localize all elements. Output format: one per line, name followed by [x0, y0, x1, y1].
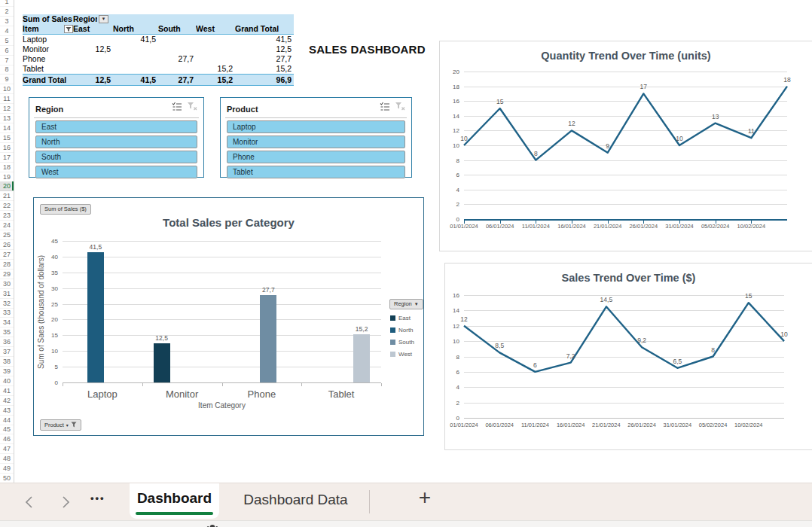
slicer-item-north[interactable]: North [35, 136, 197, 148]
legend-field-button[interactable]: Region▼ [389, 299, 423, 309]
legend-item-south[interactable]: South [390, 339, 414, 346]
slicer-item-south[interactable]: South [35, 151, 197, 163]
row-header-27[interactable]: 27 [0, 250, 14, 260]
row-header-41[interactable]: 41 [0, 386, 14, 396]
row-header-40[interactable]: 40 [0, 376, 14, 386]
slicer-item-tablet[interactable]: Tablet [227, 166, 405, 178]
legend-item-west[interactable]: West [390, 351, 412, 358]
row-header-6[interactable]: 6 [0, 46, 14, 56]
pivot-cell[interactable]: 41,5 [113, 75, 158, 85]
pivot-cell[interactable] [113, 44, 158, 54]
row-header-42[interactable]: 42 [0, 396, 14, 406]
pivot-cell[interactable] [196, 44, 235, 54]
add-sheet-button[interactable]: + [411, 486, 438, 510]
row-header-48[interactable]: 48 [0, 454, 14, 464]
row-header-26[interactable]: 26 [0, 240, 14, 250]
all-sheets-menu-button[interactable]: ••• [90, 492, 105, 504]
row-header-29[interactable]: 29 [0, 270, 14, 279]
row-header-39[interactable]: 39 [0, 367, 14, 376]
row-header-45[interactable]: 45 [0, 425, 14, 434]
slicer-item-west[interactable]: West [35, 166, 197, 178]
row-header-15[interactable]: 15 [0, 133, 14, 143]
legend-item-east[interactable]: East [390, 315, 411, 321]
row-header-21[interactable]: 21 [0, 191, 14, 201]
pivot-cell[interactable] [73, 54, 113, 64]
pivot-cell[interactable] [73, 64, 113, 74]
row-header-13[interactable]: 13 [0, 114, 14, 123]
row-header-25[interactable]: 25 [0, 230, 14, 240]
row-header-36[interactable]: 36 [0, 337, 14, 347]
next-sheet-icon[interactable] [59, 495, 72, 510]
pivot-cell[interactable]: 15,2 [196, 75, 235, 85]
row-header-37[interactable]: 37 [0, 347, 14, 357]
row-header-30[interactable]: 30 [0, 279, 14, 289]
pivot-row-label[interactable]: Tablet [23, 64, 73, 74]
row-header-7[interactable]: 7 [0, 56, 14, 65]
row-header-16[interactable]: 16 [0, 143, 14, 153]
axis-field-button[interactable]: Product▾ [40, 419, 81, 431]
slicer-item-phone[interactable]: Phone [227, 151, 405, 163]
row-header-19[interactable]: 19 [0, 172, 14, 182]
pivot-column-field-label[interactable]: Region [73, 14, 97, 24]
row-header-11[interactable]: 11 [0, 94, 14, 104]
row-header-20[interactable]: 20 [0, 181, 14, 191]
slicer-item-monitor[interactable]: Monitor [227, 136, 405, 148]
pivot-cell[interactable] [158, 64, 196, 74]
pivot-cell[interactable]: 41,5 [235, 35, 294, 44]
row-header-31[interactable]: 31 [0, 289, 14, 299]
pivot-row-label[interactable]: Phone [23, 54, 73, 64]
pivot-cell[interactable]: 15,2 [235, 64, 294, 74]
pivot-cell[interactable] [196, 35, 235, 44]
row-header-8[interactable]: 8 [0, 65, 14, 75]
pivot-col-header-south[interactable]: South [158, 24, 196, 34]
tab-dashboard[interactable]: Dashboard [130, 483, 219, 519]
pivot-cell[interactable]: 27,7 [235, 54, 294, 64]
pivot-row-label[interactable]: Laptop [23, 35, 73, 44]
multi-select-icon[interactable] [172, 102, 182, 111]
row-header-4[interactable]: 4 [0, 26, 14, 36]
slicer-item-east[interactable]: East [35, 120, 197, 133]
pivot-cell[interactable]: 41,5 [113, 35, 158, 44]
pivot-cell[interactable]: 12,5 [73, 44, 113, 54]
pivot-col-header-east[interactable]: East [73, 24, 113, 34]
pivot-cell[interactable] [113, 64, 158, 74]
row-header-32[interactable]: 32 [0, 299, 14, 309]
tab-dashboard-data[interactable]: Dashboard Data [222, 492, 369, 508]
row-header-22[interactable]: 22 [0, 201, 14, 211]
row-header-14[interactable]: 14 [0, 123, 14, 133]
row-header-33[interactable]: 33 [0, 308, 14, 318]
row-header-35[interactable]: 35 [0, 327, 14, 337]
row-header-1[interactable]: 1 [0, 0, 14, 7]
pivot-cell[interactable]: 12,5 [73, 75, 113, 85]
row-header-18[interactable]: 18 [0, 163, 14, 172]
region-field-dropdown-button[interactable]: ▼ [99, 15, 108, 23]
pivot-cell[interactable]: 12,5 [235, 44, 294, 54]
pivot-cell[interactable] [113, 54, 158, 64]
pivot-row-label[interactable]: Monitor [23, 44, 73, 54]
row-header-46[interactable]: 46 [0, 434, 14, 444]
row-header-10[interactable]: 10 [0, 84, 14, 94]
pivot-cell[interactable] [158, 44, 196, 54]
row-header-44[interactable]: 44 [0, 416, 14, 425]
row-header-38[interactable]: 38 [0, 357, 14, 367]
row-header-23[interactable]: 23 [0, 211, 14, 221]
row-header-3[interactable]: 3 [0, 17, 14, 26]
slicer-item-laptop[interactable]: Laptop [227, 120, 405, 133]
row-header-34[interactable]: 34 [0, 318, 14, 327]
pivot-cell[interactable]: 27,7 [158, 75, 196, 85]
item-filter-button[interactable] [64, 25, 73, 33]
pivot-row-label[interactable]: Grand Total [23, 75, 73, 85]
row-header-24[interactable]: 24 [0, 221, 14, 230]
pivot-col-header-west[interactable]: West [196, 24, 235, 34]
pivot-cell[interactable] [158, 35, 196, 44]
legend-item-north[interactable]: North [390, 327, 414, 334]
row-header-49[interactable]: 49 [0, 464, 14, 474]
row-header-5[interactable]: 5 [0, 36, 14, 46]
pivot-col-header-north[interactable]: North [113, 24, 158, 34]
pivot-cell[interactable]: 15,2 [196, 64, 235, 74]
row-header-2[interactable]: 2 [0, 7, 14, 17]
row-header-17[interactable]: 17 [0, 153, 14, 163]
value-field-button[interactable]: Sum of Sales ($) [40, 204, 91, 215]
pivot-cell[interactable] [73, 35, 113, 44]
clear-filter-icon[interactable] [187, 102, 197, 111]
